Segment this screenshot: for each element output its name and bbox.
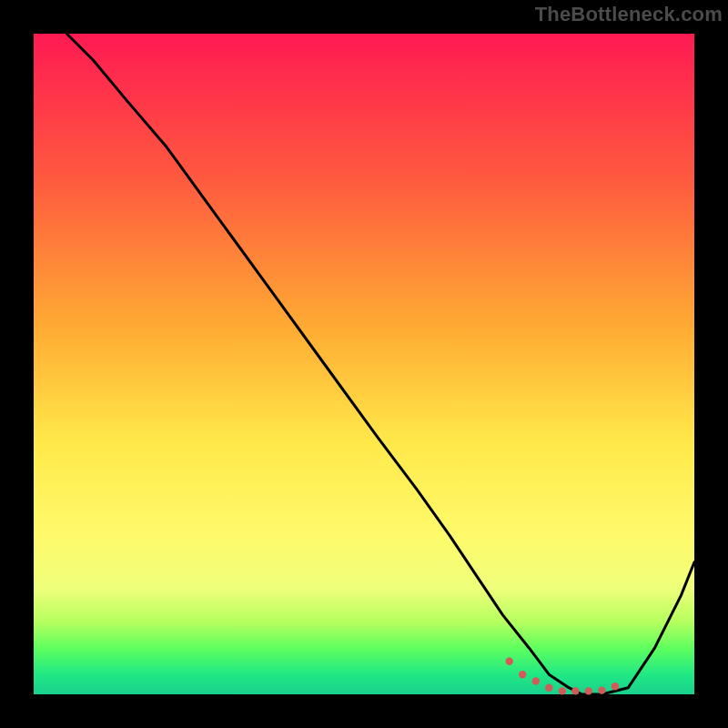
optimal-region-dot — [585, 687, 592, 694]
optimal-region-dot — [545, 684, 552, 692]
optimal-region-dot — [598, 686, 605, 693]
optimal-region-svg — [34, 34, 694, 694]
optimal-region-dot — [571, 687, 579, 694]
optimal-region-dot — [519, 671, 526, 678]
watermark-label: TheBottleneck.com — [535, 3, 723, 26]
optimal-region-dot — [559, 687, 566, 694]
chart-frame: TheBottleneck.com — [0, 0, 728, 728]
optimal-region-dot — [612, 682, 619, 690]
optimal-region-dots — [506, 658, 620, 695]
optimal-region-dot — [532, 677, 540, 684]
optimal-region-dot — [506, 658, 513, 665]
